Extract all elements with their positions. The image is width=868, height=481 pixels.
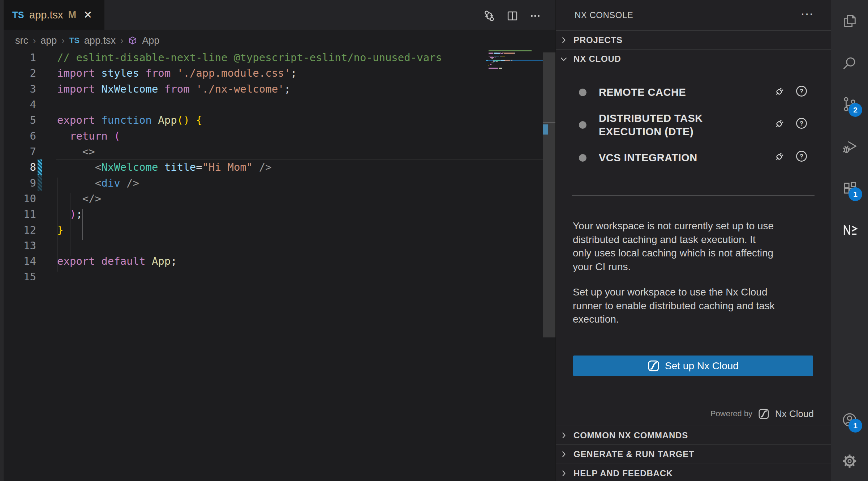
minimap-modified-marker (486, 60, 488, 61)
tab-bar: TS app.tsx M ✕ (4, 0, 555, 30)
line-number[interactable]: 8 (4, 159, 36, 175)
divider (572, 195, 815, 196)
svg-text:?: ? (800, 88, 804, 95)
line-number[interactable]: 3 (4, 81, 36, 97)
nx-cloud-logo-icon (758, 408, 769, 420)
line-number[interactable]: 14 (4, 253, 36, 269)
code-line[interactable]: 4 (4, 97, 555, 112)
code-line[interactable]: 7 <> (4, 144, 555, 159)
workspace-status-text: Your workspace is not currently set up t… (573, 219, 822, 273)
code-line[interactable]: 10 </> (4, 191, 555, 207)
overview-ruler-modified-marker (543, 124, 548, 135)
account-badge: 1 (848, 419, 862, 433)
setup-nx-cloud-button[interactable]: Set up Nx Cloud (573, 356, 813, 376)
code-line[interactable]: 14export default App; (4, 253, 555, 269)
section-common-nx-commands[interactable]: COMMON NX COMMANDS (556, 426, 832, 444)
tab-title: app.tsx (29, 9, 63, 21)
code-line[interactable]: 15 (4, 269, 555, 285)
line-number[interactable]: 6 (4, 128, 36, 144)
code-line[interactable]: 2import styles from './app.module.css'; (4, 65, 555, 81)
nx-console-panel: NX CONSOLE ⋯ PROJECTS NX CLOUD REMOTE CA… (555, 0, 831, 481)
section-nx-cloud[interactable]: NX CLOUD (556, 50, 832, 68)
line-number[interactable]: 1 (4, 50, 36, 65)
connect-plug-icon[interactable] (773, 84, 787, 98)
breadcrumb-symbol[interactable]: App (142, 35, 159, 46)
powered-by-row: Powered by Nx Cloud (710, 406, 814, 421)
status-bullet (579, 154, 586, 162)
line-number[interactable]: 7 (4, 144, 36, 159)
code-line[interactable]: 5export function App() { (4, 112, 555, 128)
window-edge (0, 0, 4, 481)
overview-ruler-line (543, 122, 555, 123)
vscode-window: TS app.tsx M ✕ src (0, 0, 868, 481)
section-generate-run-target[interactable]: GENERATE & RUN TARGET (556, 445, 832, 463)
close-icon[interactable]: ✕ (83, 9, 92, 21)
code-line[interactable]: 6 return ( (4, 128, 555, 144)
code-line[interactable]: 9 <div /> (4, 175, 555, 191)
code-line[interactable]: 8 <NxWelcome title="Hi Mom" /> (4, 159, 555, 175)
source-control-badge: 2 (848, 103, 862, 117)
editor-scrollbar (543, 30, 555, 481)
help-circle-icon[interactable]: ? (795, 149, 808, 163)
line-number[interactable]: 9 (4, 175, 36, 191)
extensions-icon[interactable]: 1 (841, 180, 858, 197)
split-editor-icon[interactable] (506, 9, 519, 23)
chevron-right-icon (559, 450, 568, 459)
more-actions-icon[interactable] (528, 9, 542, 23)
code-editor[interactable]: 1// eslint-disable-next-line @typescript… (4, 50, 555, 288)
scrollbar-slider[interactable] (543, 52, 555, 337)
line-number[interactable]: 12 (4, 222, 36, 238)
line-number[interactable]: 5 (4, 112, 36, 128)
chevron-down-icon (559, 54, 568, 64)
brand-label: Nx Cloud (775, 408, 814, 420)
status-bullet (579, 121, 586, 129)
panel-title: NX CONSOLE (575, 10, 633, 20)
help-circle-icon[interactable]: ? (795, 116, 808, 130)
tab-app-tsx[interactable]: TS app.tsx M ✕ (4, 0, 104, 30)
code-line[interactable]: 3import NxWelcome from './nx-welcome'; (4, 81, 555, 97)
line-number[interactable]: 2 (4, 65, 36, 81)
breadcrumb-file[interactable]: app.tsx (84, 35, 116, 46)
line-number[interactable]: 10 (4, 191, 36, 207)
svg-text:?: ? (800, 120, 804, 127)
account-icon[interactable]: 1 (841, 412, 858, 428)
code-line[interactable]: 12} (4, 222, 555, 238)
code-line[interactable]: 13 (4, 238, 555, 254)
breadcrumb-src[interactable]: src (15, 35, 28, 46)
activity-bar: 2 1 (831, 0, 868, 481)
modified-badge: M (68, 9, 76, 21)
line-number[interactable]: 11 (4, 206, 36, 222)
section-help-and-feedback[interactable]: HELP AND FEEDBACK (556, 464, 832, 481)
symbol-class-icon (128, 36, 137, 45)
chevron-right-icon (559, 35, 568, 45)
line-number[interactable]: 15 (4, 269, 36, 285)
section-projects[interactable]: PROJECTS (556, 31, 832, 49)
connect-plug-icon[interactable] (773, 116, 787, 130)
nx-console-icon[interactable] (841, 222, 858, 238)
setup-hint-text: Set up your workspace to use the Nx Clou… (573, 285, 822, 326)
svg-text:?: ? (800, 153, 804, 160)
search-icon[interactable] (841, 55, 858, 72)
source-control-icon[interactable]: 2 (841, 96, 858, 112)
typescript-file-icon: TS (69, 36, 80, 45)
breadcrumb-app[interactable]: app (40, 35, 57, 46)
explorer-icon[interactable] (841, 13, 858, 29)
status-bullet (579, 89, 586, 96)
typescript-file-icon: TS (12, 10, 24, 20)
button-label: Set up Nx Cloud (665, 360, 739, 372)
panel-more-actions-icon[interactable]: ⋯ (800, 7, 813, 22)
line-number[interactable]: 4 (4, 97, 36, 112)
connect-plug-icon[interactable] (773, 149, 787, 163)
git-compare-icon[interactable] (482, 9, 496, 23)
help-circle-icon[interactable]: ? (795, 84, 808, 98)
code-line[interactable]: 11 ); (4, 206, 555, 222)
run-debug-icon[interactable] (841, 139, 858, 155)
breadcrumb: src › app › TS app.tsx › App (15, 33, 159, 48)
code-line[interactable]: 1// eslint-disable-next-line @typescript… (4, 50, 555, 65)
chevron-right-icon (559, 431, 568, 440)
settings-gear-icon[interactable] (841, 453, 858, 469)
minimap[interactable] (486, 50, 543, 73)
extensions-badge: 1 (848, 187, 862, 201)
line-number[interactable]: 13 (4, 238, 36, 254)
nx-cloud-logo-icon (648, 360, 659, 372)
